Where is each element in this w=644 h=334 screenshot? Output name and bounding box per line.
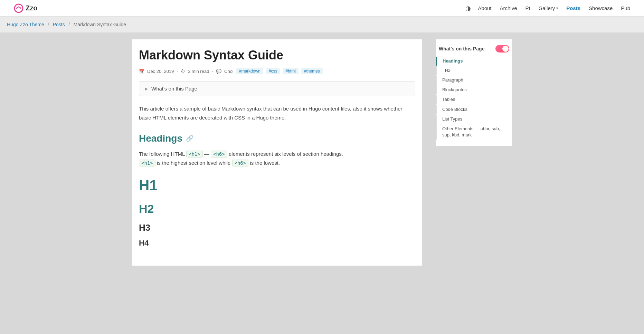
breadcrumb-posts[interactable]: Posts <box>53 22 65 27</box>
toc-item-paragraph[interactable]: Paragraph <box>436 76 512 85</box>
toc-title-row: What's on this Page <box>436 45 512 53</box>
demo-h1: H1 <box>139 177 415 194</box>
article-readtime: 3 min read <box>188 69 209 74</box>
logo-text: Zzo <box>26 4 37 12</box>
toc-item-h2[interactable]: H2 <box>436 66 512 75</box>
page-wrapper: Markdown Syntax Guide 📅 Dec 20, 2019 · ⏱… <box>125 32 519 273</box>
nav-gallery[interactable]: Gallery ▾ <box>539 5 558 11</box>
code-h1-ref2: <h1> <box>139 160 155 166</box>
tag-html[interactable]: #html <box>283 68 298 74</box>
toc-collapsible-header[interactable]: ▶ What's on this Page <box>139 82 415 96</box>
nav-pub[interactable]: Pub <box>621 5 630 11</box>
logo-icon <box>14 3 23 13</box>
toc-title: What's on this Page <box>439 46 484 51</box>
content-inner: Markdown Syntax Guide 📅 Dec 20, 2019 · ⏱… <box>132 48 422 248</box>
demo-h3: H3 <box>139 222 415 233</box>
toc-item-blockquotes[interactable]: Blockquotes <box>436 85 512 94</box>
article-readtime-icon: ⏱ <box>181 69 185 74</box>
main-content: Markdown Syntax Guide 📅 Dec 20, 2019 · ⏱… <box>132 39 422 266</box>
article-body: This article offers a sample of basic Ma… <box>139 104 415 248</box>
meta-sep1: · <box>177 69 178 74</box>
anchor-link-icon: 🔗 <box>186 135 193 142</box>
toggle-slider <box>495 45 509 53</box>
tag-themes[interactable]: #themes <box>301 68 323 74</box>
code-h6-ref2: <h6> <box>232 160 249 166</box>
toc-item-code-blocks[interactable]: Code Blocks <box>436 105 512 114</box>
site-logo[interactable]: Zzo <box>14 3 37 13</box>
meta-sep2: · <box>212 69 213 74</box>
toc-list: Headings H2 Paragraph Blockquotes Tables… <box>436 57 512 140</box>
toc-item-tables[interactable]: Tables <box>436 95 512 104</box>
article-title: Markdown Syntax Guide <box>139 48 415 63</box>
theme-toggle-icon[interactable]: ◑ <box>465 4 471 12</box>
nav-about[interactable]: About <box>478 5 491 11</box>
toc-item-headings[interactable]: Headings <box>436 57 512 66</box>
nav-archive[interactable]: Archive <box>500 5 517 11</box>
code-h1-ref: <h1> <box>186 151 203 158</box>
breadcrumb-home[interactable]: Hugo Zzo Theme <box>7 22 44 27</box>
tag-css[interactable]: #css <box>266 68 280 74</box>
breadcrumb-current: Markdown Syntax Guide <box>74 22 126 27</box>
nav-showcase[interactable]: Showcase <box>589 5 613 11</box>
code-h6-ref: <h6> <box>211 151 227 158</box>
nav-pt[interactable]: Pt <box>525 5 530 11</box>
article-author: Choi <box>224 69 234 74</box>
toc-widget: What's on this Page Headings H2 Paragrap… <box>436 39 512 146</box>
article-intro: This article offers a sample of basic Ma… <box>139 104 415 122</box>
chevron-down-icon: ▾ <box>556 6 558 10</box>
toc-collapsible: ▶ What's on this Page <box>139 81 415 96</box>
headings-section-title: Headings 🔗 <box>139 133 415 144</box>
article-date: Dec 20, 2019 <box>147 69 174 74</box>
demo-h2: H2 <box>139 202 415 216</box>
toc-item-list-types[interactable]: List Types <box>436 115 512 124</box>
svg-point-0 <box>15 4 23 12</box>
article-author-icon: 💬 <box>216 69 221 74</box>
demo-h4: H4 <box>139 239 415 248</box>
toc-collapsible-label: What's on this Page <box>151 86 197 92</box>
article-date-icon: 📅 <box>139 69 144 74</box>
toc-item-other-elements[interactable]: Other Elements — abbr, sub, sup, kbd, ma… <box>436 124 512 140</box>
nav-links: About Archive Pt Gallery ▾ Posts Showcas… <box>478 5 630 11</box>
navbar: Zzo ◑ About Archive Pt Gallery ▾ Posts S… <box>0 0 644 17</box>
sidebar: What's on this Page Headings H2 Paragrap… <box>436 39 512 266</box>
toc-toggle[interactable] <box>495 45 509 53</box>
tag-markdown[interactable]: #markdown <box>236 68 263 74</box>
toc-chevron-icon: ▶ <box>145 86 148 91</box>
nav-posts[interactable]: Posts <box>566 5 580 11</box>
breadcrumb: Hugo Zzo Theme / Posts / Markdown Syntax… <box>0 17 644 32</box>
headings-description: The following HTML <h1> — <h6> elements … <box>139 150 415 168</box>
article-meta: 📅 Dec 20, 2019 · ⏱ 3 min read · 💬 Choi #… <box>139 68 415 74</box>
